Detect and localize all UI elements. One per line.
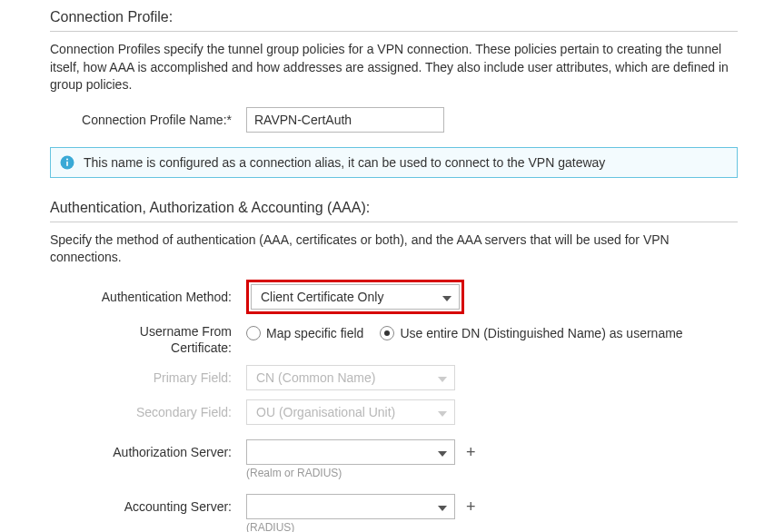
- username-from-certificate-label: Username From Certificate:: [50, 323, 246, 356]
- svg-marker-3: [442, 296, 452, 301]
- svg-point-2: [66, 158, 68, 160]
- primary-field-label: Primary Field:: [50, 370, 246, 385]
- aaa-heading: Authentication, Authorization & Accounti…: [50, 200, 738, 216]
- info-banner-text: This name is configured as a connection …: [84, 155, 605, 170]
- connection-profile-description: Connection Profiles specify the tunnel g…: [50, 41, 738, 94]
- aaa-description: Specify the method of authentication (AA…: [50, 232, 738, 267]
- secondary-field-label: Secondary Field:: [50, 405, 246, 419]
- caret-down-icon: [438, 405, 447, 419]
- radio-map-specific-field[interactable]: Map specific field: [246, 326, 363, 340]
- authorization-server-hint: (Realm or RADIUS): [246, 467, 342, 479]
- svg-marker-7: [438, 506, 447, 511]
- authorization-server-select[interactable]: [246, 439, 455, 465]
- connection-profile-heading: Connection Profile:: [50, 9, 738, 25]
- radio-use-entire-dn-label: Use entire DN (Distinguished Name) as us…: [400, 326, 682, 340]
- caret-down-icon: [438, 445, 447, 459]
- svg-marker-6: [438, 451, 447, 457]
- caret-down-icon: [438, 370, 447, 385]
- info-banner: This name is configured as a connection …: [50, 147, 738, 178]
- primary-field-value: CN (Common Name): [256, 370, 375, 385]
- radio-icon: [380, 326, 394, 340]
- svg-marker-4: [438, 377, 447, 382]
- authentication-method-select[interactable]: Client Certificate Only: [251, 284, 460, 310]
- authentication-method-label: Authentication Method:: [50, 290, 246, 304]
- caret-down-icon: [438, 499, 447, 514]
- connection-profile-name-input[interactable]: [246, 107, 444, 133]
- separator: [50, 222, 738, 222]
- primary-field-select: CN (Common Name): [246, 365, 455, 390]
- authentication-method-value: Client Certificate Only: [261, 290, 383, 304]
- info-icon: [60, 155, 74, 170]
- connection-profile-name-label: Connection Profile Name:*: [50, 113, 246, 127]
- accounting-server-label: Accounting Server:: [50, 494, 246, 514]
- caret-down-icon: [442, 290, 452, 304]
- svg-marker-5: [438, 411, 447, 417]
- secondary-field-value: OU (Organisational Unit): [256, 405, 395, 419]
- separator: [50, 31, 738, 32]
- secondary-field-select: OU (Organisational Unit): [246, 399, 455, 425]
- svg-rect-1: [66, 162, 68, 166]
- authorization-server-label: Authorization Server:: [50, 439, 246, 459]
- add-authorization-server-button[interactable]: +: [466, 444, 476, 460]
- radio-icon: [246, 326, 261, 340]
- accounting-server-select[interactable]: [246, 494, 455, 519]
- add-accounting-server-button[interactable]: +: [466, 498, 476, 515]
- radio-use-entire-dn[interactable]: Use entire DN (Distinguished Name) as us…: [380, 326, 682, 340]
- authentication-method-highlight: Client Certificate Only: [246, 280, 464, 314]
- radio-map-specific-field-label: Map specific field: [266, 326, 363, 340]
- accounting-server-hint: (RADIUS): [246, 521, 294, 532]
